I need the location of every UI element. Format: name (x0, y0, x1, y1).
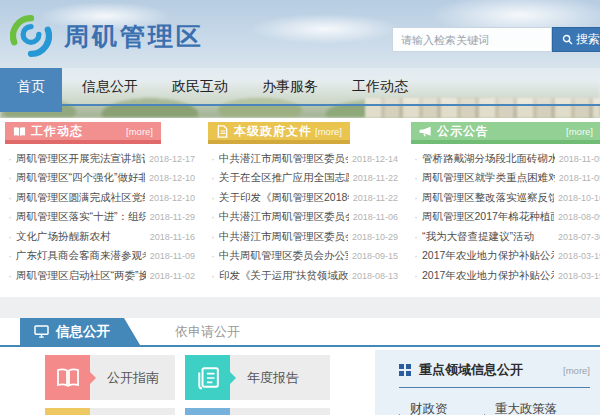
news-item-title[interactable]: 中共潜江市周矶管理区委员会关于成... (219, 230, 348, 244)
search-input[interactable] (392, 27, 552, 52)
news-item-title[interactable]: 周矶管理区开展宪法宣讲培训 (16, 152, 145, 166)
document-icon (45, 408, 90, 415)
news-item[interactable]: ·中共潜江市周矶管理区委员会办公室...2018-12-14 (208, 149, 398, 169)
quick-link-partial-item-2[interactable] (185, 408, 330, 415)
key-areas-links: 财政资金重大政策落实 (399, 401, 590, 415)
tab-disclosure-on-request[interactable]: 依申请公开 (175, 318, 240, 345)
news-item[interactable]: ·文化广场扮靓新农村2018-11-16 (5, 227, 195, 247)
news-column-header: 本级政府文件[more] (208, 122, 350, 144)
news-item-title[interactable]: 周矶管理区落实“十进”：组织党员干... (16, 210, 146, 224)
news-item[interactable]: ·广东灯具商会客商来潜参观考察2018-11-09 (5, 247, 195, 267)
bullet: · (8, 191, 12, 205)
news-item[interactable]: ·中共潜江市周矶管理区委员会关于成...2018-10-29 (208, 227, 398, 247)
news-item[interactable]: ·2017年农业地力保护补贴公示表（...2018-03-19 (411, 247, 600, 267)
news-column-public-notices: 公示公告[more]·管桥路戴湖分场段北面砖砌水沟工程...2018-11-05… (411, 122, 600, 297)
news-item[interactable]: ·2017年农业地力保护补贴公示表（...2018-03-19 (411, 266, 600, 286)
monitor-icon (34, 325, 49, 338)
news-item-title[interactable]: 管桥路戴湖分场段北面砖砌水沟工程... (422, 152, 555, 166)
site-brand: 周矶管理区 (10, 15, 204, 57)
news-item[interactable]: ·周矶管理区圆满完成社区党组织换届...2018-12-10 (5, 188, 195, 208)
news-item[interactable]: ·关于印发《周矶管理区2018年社区...2018-11-22 (208, 188, 398, 208)
news-item-title[interactable]: 中共周矶管理区委员会办公室 周矶... (219, 249, 348, 263)
quick-link-partial-item-1[interactable] (45, 408, 175, 415)
nav-item-info-disclosure[interactable]: 信息公开 (82, 68, 138, 104)
bullet: · (414, 152, 418, 166)
key-area-link-major-policy-implementation[interactable]: 重大政策落实 (484, 401, 558, 415)
key-area-link-label: 重大政策落实 (495, 401, 558, 415)
news-column-header: 工作动态[more] (5, 122, 161, 144)
news-item-title[interactable]: 关于在全区推广应用全国志愿服务信... (219, 171, 349, 185)
news-item-date: 2018-09-15 (352, 251, 398, 261)
news-item-date: 2018-03-19 (558, 271, 600, 281)
news-item[interactable]: ·关于在全区推广应用全国志愿服务信...2018-11-22 (208, 169, 398, 189)
news-item[interactable]: ·“我为大督查提建议”活动2018-07-30 (411, 227, 600, 247)
nav-item-gov-citizen-interaction[interactable]: 政民互动 (172, 68, 228, 104)
news-item-title[interactable]: 广东灯具商会客商来潜参观考察 (16, 249, 146, 263)
search-bar: 搜索 (392, 27, 600, 52)
bullet: · (8, 171, 12, 185)
news-item-title[interactable]: 周矶管理区启动社区“两委”换届选举... (16, 269, 146, 283)
megaphone-icon (419, 125, 432, 138)
document-icon (216, 125, 229, 138)
news-item-title[interactable]: 文化广场扮靓新农村 (16, 230, 146, 244)
news-item-title[interactable]: 周矶管理区就学类重点困难对象救助... (422, 171, 555, 185)
panel-divider (399, 387, 590, 388)
news-item[interactable]: ·印发《关于运用“扶贫领域政策落实...2018-08-13 (208, 266, 398, 286)
key-areas-more-link[interactable]: [more] (563, 365, 590, 376)
quick-link-annual-report[interactable]: 年度报告 (185, 355, 330, 400)
quick-link-label (90, 408, 175, 415)
more-link[interactable]: [more] (566, 126, 593, 137)
news-item-title[interactable]: 中共潜江市周矶管理区委员会 关于... (219, 210, 349, 224)
more-link[interactable]: [more] (315, 126, 342, 137)
header-banner: 周矶管理区 搜索 首页信息公开政民互动办事服务工作动态 (0, 0, 600, 118)
news-item-date: 2018-11-16 (150, 232, 195, 242)
news-column-gov-documents: 本级政府文件[more]·中共潜江市周矶管理区委员会办公室...2018-12-… (208, 122, 398, 297)
news-item[interactable]: ·周矶管理区就学类重点困难对象救助...2018-11-05 (411, 169, 600, 189)
news-item[interactable]: ·周矶管理区启动社区“两委”换届选举...2018-11-02 (5, 266, 195, 286)
news-item[interactable]: ·周矶管理区开展宪法宣讲培训2018-12-17 (5, 149, 195, 169)
bullet: · (211, 152, 215, 166)
news-item-date: 2018-08-09 (558, 212, 600, 222)
news-item-title[interactable]: 周矶管理区圆满完成社区党组织换届... (16, 191, 145, 205)
tab-info-disclosure[interactable]: 信息公开 (20, 318, 140, 345)
news-item-title[interactable]: 印发《关于运用“扶贫领域政策落实... (219, 269, 348, 283)
news-item-date: 2018-11-02 (150, 271, 195, 281)
nav-item-work-news[interactable]: 工作动态 (352, 68, 408, 104)
bullet: · (211, 191, 215, 205)
bullet: · (414, 249, 418, 263)
news-item-title[interactable]: “我为大督查提建议”活动 (422, 230, 554, 244)
more-link[interactable]: [more] (126, 126, 153, 137)
news-item-title[interactable]: 关于印发《周矶管理区2018年社区... (219, 191, 349, 205)
news-item[interactable]: ·周矶管理区“四个强化”做好非洲猪瘟...2018-12-10 (5, 169, 195, 189)
news-item[interactable]: ·周矶管理区落实“十进”：组织党员干...2018-11-29 (5, 208, 195, 228)
news-item-title[interactable]: 2017年农业地力保护补贴公示表（... (422, 269, 554, 283)
nav-item-home[interactable]: 首页 (0, 68, 62, 112)
key-areas-title: 重点领域信息公开 (419, 361, 523, 379)
news-item[interactable]: ·周矶管理区2017年棉花种植面积登...2018-08-09 (411, 208, 600, 228)
nav-item-services[interactable]: 办事服务 (262, 68, 318, 104)
site-logo-icon (10, 15, 52, 57)
news-item-title[interactable]: 中共潜江市周矶管理区委员会办公室... (219, 152, 348, 166)
news-column-header: 公示公告[more] (411, 122, 600, 144)
news-item[interactable]: ·管桥路戴湖分场段北面砖砌水沟工程...2018-11-05 (411, 149, 600, 169)
bullet: · (414, 171, 418, 185)
bullet: · (8, 269, 12, 283)
key-area-link-fiscal-funds[interactable]: 财政资金 (399, 401, 452, 415)
open-book-icon (45, 355, 90, 400)
news-item[interactable]: ·中共潜江市周矶管理区委员会 关于...2018-11-06 (208, 208, 398, 228)
news-item-date: 2018-12-17 (149, 154, 195, 164)
news-item[interactable]: ·中共周矶管理区委员会办公室 周矶...2018-09-15 (208, 247, 398, 267)
news-item[interactable]: ·周矶管理区整改落实巡察反馈意见情...2018-10-16 (411, 188, 600, 208)
search-button[interactable]: 搜索 (552, 27, 600, 52)
quick-link-disclosure-guide[interactable]: 公开指南 (45, 355, 175, 400)
news-item-title[interactable]: 周矶管理区“四个强化”做好非洲猪瘟... (16, 171, 145, 185)
news-item-date: 2018-11-09 (150, 251, 195, 261)
page: 周矶管理区 搜索 首页信息公开政民互动办事服务工作动态 工作动态[more]·周… (0, 0, 600, 415)
news-column-title: 本级政府文件 (234, 123, 312, 140)
news-item-title[interactable]: 周矶管理区2017年棉花种植面积登... (422, 210, 554, 224)
news-item-date: 2018-11-06 (353, 212, 398, 222)
bullet: · (414, 191, 418, 205)
news-item-title[interactable]: 2017年农业地力保护补贴公示表（... (422, 249, 554, 263)
news-item-title[interactable]: 周矶管理区整改落实巡察反馈意见情... (422, 191, 554, 205)
news-item-date: 2018-11-22 (353, 193, 398, 203)
